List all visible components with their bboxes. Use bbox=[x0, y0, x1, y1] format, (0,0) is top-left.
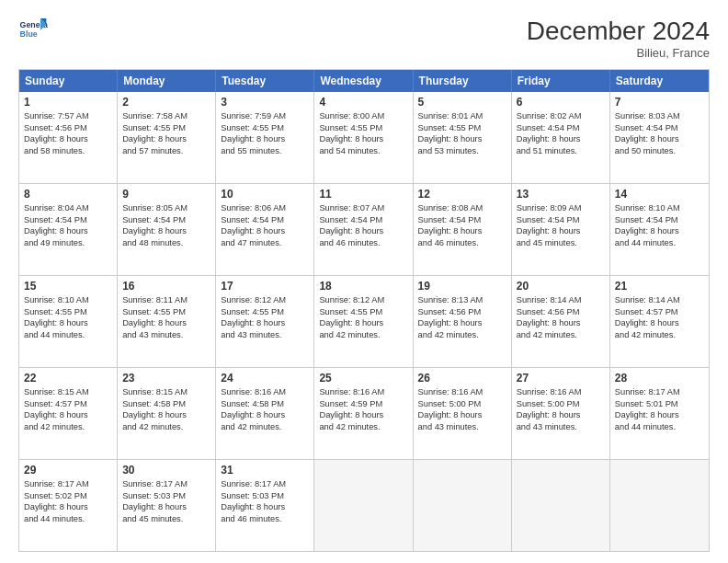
calendar-cell: 13Sunrise: 8:09 AMSunset: 4:54 PMDayligh… bbox=[512, 184, 610, 275]
cell-info: Sunrise: 8:03 AM bbox=[615, 110, 704, 122]
calendar-cell: 15Sunrise: 8:10 AMSunset: 4:55 PMDayligh… bbox=[19, 276, 118, 367]
cell-info: Sunset: 4:54 PM bbox=[517, 122, 605, 134]
cell-info: and 54 minutes. bbox=[319, 145, 407, 157]
cell-info: Sunrise: 8:14 AM bbox=[615, 294, 704, 306]
cell-info: Sunset: 4:54 PM bbox=[122, 214, 210, 226]
calendar-cell bbox=[314, 460, 413, 551]
cell-info: Sunrise: 8:01 AM bbox=[418, 110, 506, 122]
day-number: 17 bbox=[221, 280, 309, 293]
cell-info: Sunrise: 8:10 AM bbox=[24, 294, 112, 306]
header-day-friday: Friday bbox=[512, 70, 610, 92]
day-number: 20 bbox=[517, 280, 605, 293]
cell-info: Sunrise: 8:12 AM bbox=[221, 294, 309, 306]
cell-info: and 44 minutes. bbox=[24, 329, 112, 341]
day-number: 11 bbox=[319, 188, 407, 201]
calendar-cell: 3Sunrise: 7:59 AMSunset: 4:55 PMDaylight… bbox=[216, 92, 314, 183]
cell-info: Sunrise: 7:59 AM bbox=[221, 110, 309, 122]
calendar-cell: 27Sunrise: 8:16 AMSunset: 5:00 PMDayligh… bbox=[512, 368, 610, 459]
calendar-page: General Blue December 2024 Bilieu, Franc… bbox=[0, 0, 728, 563]
cell-info: and 44 minutes. bbox=[615, 421, 704, 433]
cell-info: Sunset: 4:55 PM bbox=[24, 306, 112, 318]
day-number: 22 bbox=[24, 372, 112, 385]
day-number: 6 bbox=[517, 96, 605, 109]
calendar-body: 1Sunrise: 7:57 AMSunset: 4:56 PMDaylight… bbox=[19, 92, 709, 551]
cell-info: and 42 minutes. bbox=[615, 329, 704, 341]
cell-info: Sunrise: 8:10 AM bbox=[615, 202, 704, 214]
cell-info: Sunset: 4:55 PM bbox=[122, 122, 210, 134]
cell-info: Sunrise: 8:17 AM bbox=[24, 478, 112, 490]
cell-info: Sunrise: 8:15 AM bbox=[24, 386, 112, 398]
cell-info: Daylight: 8 hours bbox=[122, 225, 210, 237]
day-number: 25 bbox=[319, 372, 407, 385]
cell-info: Sunset: 4:59 PM bbox=[319, 398, 407, 410]
cell-info: Sunset: 4:56 PM bbox=[24, 122, 112, 134]
calendar-cell: 24Sunrise: 8:16 AMSunset: 4:58 PMDayligh… bbox=[216, 368, 314, 459]
cell-info: and 45 minutes. bbox=[122, 513, 210, 525]
cell-info: Sunset: 4:57 PM bbox=[24, 398, 112, 410]
cell-info: Sunrise: 8:14 AM bbox=[517, 294, 605, 306]
cell-info: and 46 minutes. bbox=[418, 237, 506, 249]
svg-text:Blue: Blue bbox=[20, 29, 38, 39]
cell-info: Daylight: 8 hours bbox=[615, 225, 704, 237]
header-day-wednesday: Wednesday bbox=[314, 70, 413, 92]
cell-info: Daylight: 8 hours bbox=[221, 501, 309, 513]
calendar-cell: 14Sunrise: 8:10 AMSunset: 4:54 PMDayligh… bbox=[610, 184, 709, 275]
cell-info: and 44 minutes. bbox=[24, 513, 112, 525]
cell-info: and 50 minutes. bbox=[615, 145, 704, 157]
cell-info: Daylight: 8 hours bbox=[221, 133, 309, 145]
day-number: 28 bbox=[615, 372, 704, 385]
cell-info: Daylight: 8 hours bbox=[517, 133, 605, 145]
day-number: 24 bbox=[221, 372, 309, 385]
calendar-cell bbox=[512, 460, 610, 551]
calendar-cell: 25Sunrise: 8:16 AMSunset: 4:59 PMDayligh… bbox=[314, 368, 413, 459]
calendar-cell: 9Sunrise: 8:05 AMSunset: 4:54 PMDaylight… bbox=[118, 184, 216, 275]
cell-info: Daylight: 8 hours bbox=[24, 133, 112, 145]
cell-info: and 55 minutes. bbox=[221, 145, 309, 157]
cell-info: Sunrise: 8:17 AM bbox=[221, 478, 309, 490]
day-number: 2 bbox=[122, 96, 210, 109]
cell-info: and 46 minutes. bbox=[221, 513, 309, 525]
calendar-cell: 17Sunrise: 8:12 AMSunset: 4:55 PMDayligh… bbox=[216, 276, 314, 367]
calendar-cell: 20Sunrise: 8:14 AMSunset: 4:56 PMDayligh… bbox=[512, 276, 610, 367]
cell-info: Daylight: 8 hours bbox=[122, 317, 210, 329]
cell-info: and 43 minutes. bbox=[221, 329, 309, 341]
calendar-cell: 6Sunrise: 8:02 AMSunset: 4:54 PMDaylight… bbox=[512, 92, 610, 183]
day-number: 26 bbox=[418, 372, 506, 385]
calendar-cell: 12Sunrise: 8:08 AMSunset: 4:54 PMDayligh… bbox=[414, 184, 512, 275]
cell-info: Sunset: 4:58 PM bbox=[221, 398, 309, 410]
cell-info: Sunset: 4:54 PM bbox=[517, 214, 605, 226]
location: Bilieu, France bbox=[527, 46, 710, 60]
header-day-tuesday: Tuesday bbox=[216, 70, 314, 92]
cell-info: Daylight: 8 hours bbox=[319, 225, 407, 237]
day-number: 18 bbox=[319, 280, 407, 293]
cell-info: and 58 minutes. bbox=[24, 145, 112, 157]
page-header: General Blue December 2024 Bilieu, Franc… bbox=[18, 17, 710, 60]
cell-info: Sunrise: 8:16 AM bbox=[319, 386, 407, 398]
header-day-monday: Monday bbox=[118, 70, 216, 92]
cell-info: and 43 minutes. bbox=[517, 421, 605, 433]
cell-info: and 42 minutes. bbox=[319, 329, 407, 341]
cell-info: Sunset: 4:56 PM bbox=[517, 306, 605, 318]
calendar-cell: 29Sunrise: 8:17 AMSunset: 5:02 PMDayligh… bbox=[19, 460, 118, 551]
cell-info: and 42 minutes. bbox=[517, 329, 605, 341]
cell-info: Daylight: 8 hours bbox=[418, 225, 506, 237]
calendar: SundayMondayTuesdayWednesdayThursdayFrid… bbox=[18, 69, 710, 552]
cell-info: Daylight: 8 hours bbox=[122, 409, 210, 421]
cell-info: Daylight: 8 hours bbox=[221, 409, 309, 421]
day-number: 13 bbox=[517, 188, 605, 201]
cell-info: Daylight: 8 hours bbox=[418, 317, 506, 329]
cell-info: Sunset: 4:58 PM bbox=[122, 398, 210, 410]
day-number: 8 bbox=[24, 188, 112, 201]
day-number: 1 bbox=[24, 96, 112, 109]
header-day-thursday: Thursday bbox=[414, 70, 512, 92]
cell-info: and 48 minutes. bbox=[122, 237, 210, 249]
cell-info: Daylight: 8 hours bbox=[24, 409, 112, 421]
cell-info: Sunrise: 8:02 AM bbox=[517, 110, 605, 122]
cell-info: Daylight: 8 hours bbox=[418, 409, 506, 421]
cell-info: Sunset: 4:54 PM bbox=[615, 122, 704, 134]
cell-info: and 43 minutes. bbox=[418, 421, 506, 433]
cell-info: Sunset: 5:03 PM bbox=[221, 490, 309, 502]
cell-info: and 46 minutes. bbox=[319, 237, 407, 249]
day-number: 14 bbox=[615, 188, 704, 201]
cell-info: and 51 minutes. bbox=[517, 145, 605, 157]
